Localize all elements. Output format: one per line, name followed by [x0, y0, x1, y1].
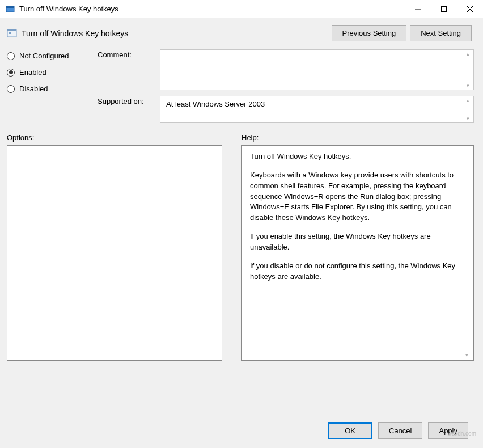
title-bar: Turn off Windows Key hotkeys	[0, 0, 483, 18]
radio-label: Disabled	[19, 84, 48, 93]
radio-icon	[7, 85, 15, 93]
minimize-button[interactable]	[405, 0, 431, 18]
radio-label: Enabled	[19, 68, 46, 77]
supported-on-value: At least Windows Server 2003	[166, 100, 265, 108]
supported-on-input[interactable]: At least Windows Server 2003 ▴ ▾	[160, 96, 474, 123]
radio-icon	[7, 52, 15, 60]
radio-icon	[7, 69, 15, 77]
page-title: Turn off Windows Key hotkeys	[22, 29, 327, 38]
help-text: If you enable this setting, the Windows …	[250, 231, 465, 253]
svg-rect-3	[442, 6, 447, 11]
window-controls	[405, 0, 483, 18]
svg-rect-8	[9, 32, 11, 33]
help-label: Help:	[242, 133, 259, 142]
svg-rect-7	[7, 29, 16, 31]
next-setting-button[interactable]: Next Setting	[410, 25, 472, 41]
dialog-footer: OK Cancel Apply	[7, 415, 474, 448]
help-text: Keyboards with a Windows key provide use…	[250, 170, 465, 223]
ok-button[interactable]: OK	[328, 422, 372, 439]
previous-setting-button[interactable]: Previous Setting	[332, 25, 407, 41]
svg-rect-1	[6, 6, 14, 8]
radio-not-configured[interactable]: Not Configured	[7, 52, 84, 60]
scroll-up-icon: ▴	[464, 51, 471, 57]
window-title: Turn off Windows Key hotkeys	[19, 5, 405, 13]
help-panel: Turn off Windows Key hotkeys. Keyboards …	[242, 145, 474, 361]
apply-button[interactable]: Apply	[428, 422, 468, 439]
options-label: Options:	[7, 133, 222, 142]
radio-enabled[interactable]: Enabled	[7, 68, 84, 77]
scroll-up-icon: ▴	[464, 98, 471, 103]
radio-disabled[interactable]: Disabled	[7, 84, 84, 93]
maximize-button[interactable]	[431, 0, 457, 18]
options-panel	[7, 145, 222, 361]
help-text: If you disable or do not configure this …	[250, 261, 465, 282]
scroll-down-icon: ▾	[464, 116, 471, 121]
window-icon	[6, 5, 15, 14]
policy-icon	[7, 28, 17, 39]
cancel-button[interactable]: Cancel	[378, 422, 422, 439]
comment-input[interactable]: ▴ ▾	[160, 49, 474, 90]
scroll-down-icon: ▾	[463, 352, 470, 359]
state-radio-group: Not Configured Enabled Disabled	[7, 49, 84, 123]
svg-rect-9	[9, 33, 11, 34]
comment-label: Comment:	[98, 49, 154, 59]
help-text: Turn off Windows Key hotkeys.	[250, 151, 465, 162]
supported-on-label: Supported on:	[98, 96, 154, 105]
radio-label: Not Configured	[19, 52, 69, 60]
scroll-down-icon: ▾	[464, 83, 471, 88]
close-button[interactable]	[457, 0, 483, 18]
